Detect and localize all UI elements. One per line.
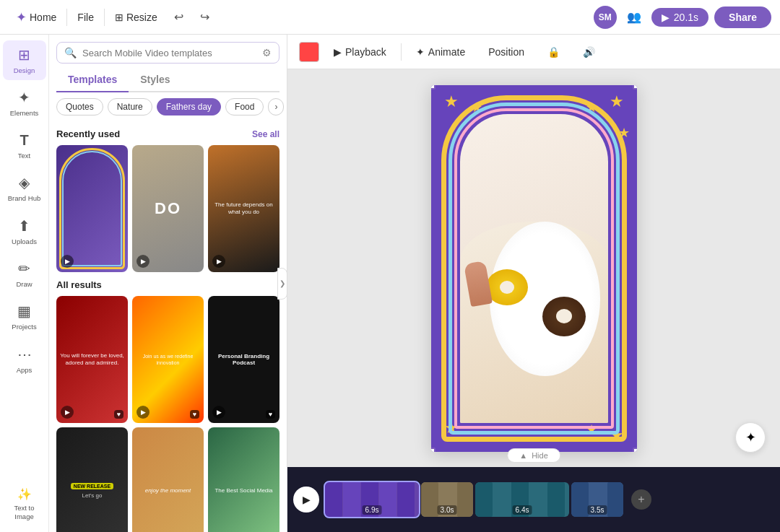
home-label: Home [30, 12, 56, 23]
uploads-icon: ⬆ [18, 217, 30, 235]
sidebar-item-text[interactable]: T Text [3, 126, 46, 165]
template-card-recent-1[interactable]: ▶ [56, 145, 128, 272]
quote-4: You will forever be loved, adored and ad… [56, 349, 128, 370]
resize-handle-br[interactable] [633, 448, 637, 452]
user-avatar[interactable]: SM [594, 6, 617, 29]
search-icon: 🔍 [64, 47, 77, 58]
donut-scene [460, 114, 608, 423]
recently-used-header: Recently used See all [56, 128, 280, 139]
timeline-tracks: ▶ 6.9s [287, 467, 780, 532]
chip-fathers-day[interactable]: Fathers day [157, 98, 221, 115]
duration-button[interactable]: ▶ 20.1s [651, 8, 708, 27]
color-swatch[interactable] [299, 42, 319, 62]
segment-label-2: 3.0s [438, 505, 457, 515]
sidebar-item-design[interactable]: ⊞ Design [3, 40, 46, 80]
lock-button[interactable]: 🔒 [539, 43, 568, 61]
brand-hub-icon: ◈ [19, 174, 30, 191]
filter-chips: Quotes Nature Fathers day Food › [49, 92, 287, 121]
play-icon-4: ▶ [61, 406, 74, 419]
segment-label-3: 6.4s [513, 505, 532, 515]
draw-icon: ✏ [18, 260, 30, 277]
template-card-3[interactable]: Personal Branding Podcast ▶ ♥ [208, 296, 280, 423]
sidebar-label-text-to-image: Text to Image [6, 504, 43, 520]
template-card-recent-2[interactable]: DO ▶ [132, 145, 204, 272]
template-card-5[interactable]: enjoy the moment ▶ ♥ [132, 427, 204, 532]
enjoy-text: enjoy the moment [142, 484, 194, 497]
sidebar-item-brand-hub[interactable]: ◈ Brand Hub [3, 168, 46, 208]
chip-nature[interactable]: Nature [108, 98, 152, 115]
template-thumb-6: Personal Branding Podcast [208, 296, 280, 423]
sidebar-item-text-to-image[interactable]: ✨ Text to Image [3, 481, 46, 526]
sidebar-label-elements: Elements [10, 109, 39, 117]
chip-food[interactable]: Food [225, 98, 264, 115]
resize-handle-tl[interactable] [431, 85, 436, 90]
sidebar-item-draw[interactable]: ✏ Draw [3, 254, 46, 294]
thumb-badge-4: ♥ [114, 410, 124, 419]
timeline-segment-4[interactable]: 3.5s [571, 482, 623, 517]
see-all-button[interactable]: See all [252, 129, 280, 139]
canva-logo-icon: ✦ [16, 9, 27, 25]
share-button[interactable]: Share [714, 6, 771, 28]
star-tr-1: ★ [610, 92, 624, 111]
play-icon: ▶ [662, 12, 670, 23]
template-card-6[interactable]: The Best Social Media ▶ ♥ [208, 427, 280, 532]
sidebar-item-apps[interactable]: ⋯ Apps [3, 340, 46, 380]
play-icon-6: ▶ [212, 406, 225, 419]
file-button[interactable]: File [70, 9, 101, 26]
social-text: The Best Social Media [212, 484, 275, 497]
sidebar-label-draw: Draw [16, 280, 32, 288]
search-input[interactable] [82, 48, 256, 58]
position-button[interactable]: Position [480, 43, 533, 61]
panel-wrapper: 🔍 ⚙ Templates Styles Quotes Nature Fathe… [49, 35, 287, 532]
redo-button[interactable]: ↪ [194, 6, 217, 29]
text-to-image-icon: ✨ [17, 487, 32, 501]
canvas-area: ▶ Playback ✦ Animate Position 🔒 🔊 [287, 35, 780, 532]
resize-handle-tr[interactable] [633, 85, 637, 90]
template-thumb-4: You will forever be loved, adored and ad… [56, 296, 128, 423]
timeline-segment-1[interactable]: 6.9s [325, 482, 419, 517]
tab-styles[interactable]: Styles [129, 68, 181, 92]
tab-templates[interactable]: Templates [56, 68, 129, 92]
ai-assist-button[interactable]: ✦ [735, 422, 766, 453]
chip-more[interactable]: › [268, 98, 284, 115]
undo-button[interactable]: ↩ [168, 6, 191, 29]
filter-icon[interactable]: ⚙ [262, 47, 272, 58]
sidebar-item-uploads[interactable]: ⬆ Uploads [3, 212, 46, 251]
timeline-segment-2[interactable]: 3.0s [421, 482, 473, 517]
template-thumb-7: NEW RELEASE Let's go [56, 427, 128, 532]
canvas-frame[interactable]: ★ ★ ★ ★ ★ ★ ★ ★ [431, 85, 637, 452]
search-bar: 🔍 ⚙ [56, 42, 280, 64]
template-thumb-3: The future depends on what you do [208, 145, 280, 272]
animate-button[interactable]: ✦ Animate [407, 43, 474, 61]
audio-button[interactable]: 🔊 [574, 43, 604, 61]
resize-handle-bl[interactable] [431, 448, 436, 452]
playback-button[interactable]: ▶ Playback [325, 43, 395, 61]
template-card-2[interactable]: Join us as we redefine innovation ▶ ♥ [132, 296, 204, 423]
quote-text-3: The future depends on what you do [208, 199, 280, 219]
all-results-grid: You will forever be loved, adored and ad… [56, 296, 280, 532]
hide-timeline-button[interactable]: ▲ Hide [507, 448, 560, 463]
recently-used-title: Recently used [56, 128, 120, 139]
timeline-segment-3[interactable]: 6.4s [475, 482, 569, 517]
hide-panel-button[interactable]: ❯ [277, 268, 287, 300]
template-card-recent-3[interactable]: The future depends on what you do ▶ [208, 145, 280, 272]
timeline-play-button[interactable]: ▶ [293, 487, 319, 513]
playback-icon: ▶ [334, 46, 342, 58]
all-results-title: All results [56, 279, 280, 290]
top-bar: ✦ Home File ⊞ Resize ↩ ↪ SM 👥 ▶ 20.1s Sh… [0, 0, 780, 35]
apps-icon: ⋯ [17, 346, 32, 363]
template-card-4[interactable]: NEW RELEASE Let's go ▶ ♥ [56, 427, 128, 532]
canvas-toolbar: ▶ Playback ✦ Animate Position 🔒 🔊 [287, 35, 780, 69]
sidebar-item-elements[interactable]: ✦ Elements [3, 83, 46, 123]
sidebar-item-projects[interactable]: ▦ Projects [3, 297, 46, 336]
play-icon-1: ▶ [61, 255, 74, 268]
icon-sidebar: ⊞ Design ✦ Elements T Text ◈ Brand Hub ⬆… [0, 35, 49, 532]
template-card-1[interactable]: You will forever be loved, adored and ad… [56, 296, 128, 423]
thumb-badge-5: ♥ [190, 410, 199, 419]
collaborators-button[interactable]: 👥 [623, 6, 646, 29]
chip-quotes[interactable]: Quotes [56, 98, 103, 115]
home-button[interactable]: ✦ Home [9, 6, 64, 28]
add-segment-button[interactable]: + [631, 489, 651, 510]
divider [66, 9, 67, 26]
resize-button[interactable]: ⊞ Resize [108, 9, 165, 26]
